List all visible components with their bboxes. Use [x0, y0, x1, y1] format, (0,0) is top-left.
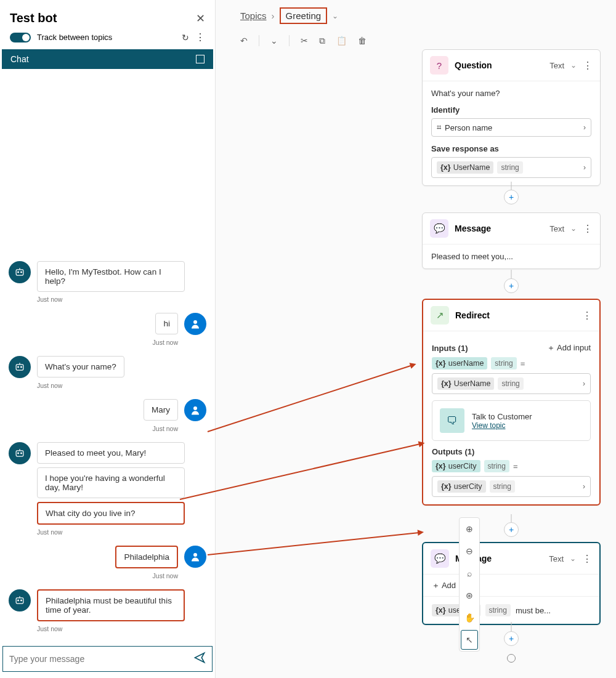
chevron-down-icon[interactable]: ⌄	[270, 36, 278, 46]
more-icon[interactable]: ⋮	[582, 310, 592, 321]
svg-point-1	[18, 272, 19, 273]
track-toggle[interactable]	[10, 33, 31, 42]
test-bot-panel: Test bot ✕ Track between topics ↻ ⋮ Chat…	[0, 0, 216, 678]
svg-rect-15	[16, 598, 23, 603]
node-mode[interactable]: Text	[549, 61, 564, 70]
flag-icon[interactable]	[196, 55, 205, 63]
redirect-icon: ↗	[431, 306, 449, 325]
breadcrumb: Topics › Greeting ⌄	[216, 0, 616, 31]
message-icon: 💬	[431, 549, 449, 568]
user-avatar-icon	[184, 546, 206, 568]
message-icon: 💬	[430, 219, 448, 238]
variable-chip: {x} userCity	[432, 460, 480, 472]
question-prompt: What's your name?	[431, 89, 591, 98]
svg-point-4	[193, 320, 197, 324]
bot-avatar-icon	[9, 261, 31, 283]
bot-message-highlight: Philadelphia must be beautiful this time…	[37, 589, 185, 621]
add-node-button[interactable]: +	[504, 522, 519, 537]
more-icon[interactable]: ⋮	[583, 223, 593, 235]
svg-point-12	[21, 453, 22, 454]
bot-message: Hello, I'm MyTestbot. How can I help?	[37, 261, 185, 292]
close-icon[interactable]: ✕	[196, 12, 205, 25]
timestamp: Just now	[9, 425, 178, 432]
fit-icon[interactable]: ⊛	[460, 584, 479, 607]
timestamp: Just now	[9, 572, 178, 579]
send-icon[interactable]	[193, 652, 206, 666]
variable-chip: {x} userName	[432, 357, 487, 369]
timestamp: Just now	[37, 296, 206, 303]
chevron-down-icon[interactable]: ⌄	[570, 61, 577, 70]
message-input[interactable]	[9, 654, 193, 664]
bot-avatar-icon	[9, 589, 31, 611]
entity-icon: ⌗	[437, 123, 441, 132]
bot-message: What's your name?	[37, 356, 124, 377]
paste-icon[interactable]: 📋	[336, 36, 347, 46]
view-topic-link[interactable]: View topic	[472, 421, 532, 430]
output-value-field[interactable]: {x} userCity string ›	[432, 476, 591, 497]
chat-body: Hello, I'm MyTestbot. How can I help? Ju…	[0, 69, 215, 642]
redirect-node[interactable]: ↗ Redirect ⋮ Inputs (1) ＋ Add input {x} …	[422, 299, 601, 506]
message-input-row	[2, 646, 213, 672]
identify-label: Identify	[431, 105, 591, 115]
message-node-selected[interactable]: 💬 Message Text ⌄ ⋮ ＋ Add ⌄ {x} userCity …	[422, 542, 601, 625]
svg-point-2	[21, 272, 22, 273]
delete-icon[interactable]: 🗑	[358, 36, 367, 46]
chevron-down-icon[interactable]: ⌄	[332, 12, 338, 20]
more-icon[interactable]: ⋮	[582, 553, 592, 565]
identify-field[interactable]: ⌗ Person name ›	[431, 118, 591, 137]
message-text: Pleased to meet you,...	[423, 244, 600, 268]
pan-icon[interactable]: ✋	[460, 607, 479, 629]
authoring-canvas: Topics › Greeting ⌄ ↶ ⌄ ✂ ⧉ 📋 🗑 ? Questi…	[216, 0, 616, 678]
chat-tab[interactable]: Chat	[2, 49, 213, 69]
more-icon[interactable]: ⋮	[195, 31, 205, 43]
chat-tab-label: Chat	[10, 54, 29, 64]
node-title: Question	[455, 60, 543, 70]
add-node-button[interactable]: +	[504, 190, 519, 204]
svg-point-16	[18, 600, 19, 601]
cut-icon[interactable]: ✂	[301, 36, 308, 46]
zoom-reset-icon[interactable]: ⌕	[460, 562, 479, 584]
zoom-out-icon[interactable]: ⊖	[460, 540, 479, 562]
user-avatar-icon	[184, 399, 206, 421]
redirect-target[interactable]: 🗨 Talk to Customer View topic	[432, 400, 591, 441]
message-suffix: must be...	[516, 606, 551, 615]
timestamp: Just now	[9, 339, 178, 346]
question-node[interactable]: ? Question Text ⌄ ⋮ What's your name? Id…	[422, 49, 601, 186]
timestamp: Just now	[37, 382, 206, 389]
inputs-label: Inputs (1)	[432, 344, 468, 353]
reload-icon[interactable]: ↻	[182, 33, 189, 42]
svg-point-9	[193, 406, 197, 410]
breadcrumb-topics[interactable]: Topics	[240, 10, 267, 21]
question-icon: ?	[430, 56, 448, 75]
add-node-button[interactable]: +	[504, 631, 519, 646]
bot-avatar-icon	[9, 442, 31, 464]
save-var-field[interactable]: {x} UserName string ›	[431, 157, 591, 178]
zoom-in-icon[interactable]: ⊕	[460, 518, 479, 540]
input-value-field[interactable]: {x} UserName string ›	[432, 373, 591, 394]
undo-icon[interactable]: ↶	[240, 36, 248, 46]
svg-point-6	[18, 366, 19, 368]
chevron-right-icon: ›	[583, 123, 586, 132]
select-icon[interactable]: ↖	[461, 630, 478, 650]
breadcrumb-current[interactable]: Greeting	[280, 7, 328, 24]
timestamp: Just now	[37, 625, 206, 632]
bot-message-highlight: What city do you live in?	[37, 502, 185, 525]
bot-message: I hope you're having a wonderful day, Ma…	[37, 467, 185, 498]
tool-palette: ⊕ ⊖ ⌕ ⊛ ✋ ↖	[459, 517, 480, 652]
bot-message: Pleased to meet you, Mary!	[37, 442, 185, 464]
add-input-button[interactable]: ＋ Add input	[547, 342, 591, 353]
topic-icon: 🗨	[440, 408, 464, 433]
timestamp: Just now	[37, 528, 206, 536]
svg-rect-10	[16, 451, 23, 456]
track-label: Track between topics	[37, 33, 176, 42]
copy-icon[interactable]: ⧉	[319, 36, 325, 46]
svg-point-14	[193, 553, 197, 557]
user-message-highlight: Philadelphia	[115, 546, 178, 568]
user-message: hi	[155, 313, 178, 334]
more-icon[interactable]: ⋮	[583, 60, 593, 71]
end-node-icon	[507, 654, 516, 663]
svg-rect-5	[16, 365, 23, 370]
add-node-button[interactable]: +	[504, 278, 519, 293]
message-node[interactable]: 💬 Message Text ⌄ ⋮ Pleased to meet you,.…	[422, 212, 601, 269]
outputs-label: Outputs (1)	[432, 447, 474, 456]
